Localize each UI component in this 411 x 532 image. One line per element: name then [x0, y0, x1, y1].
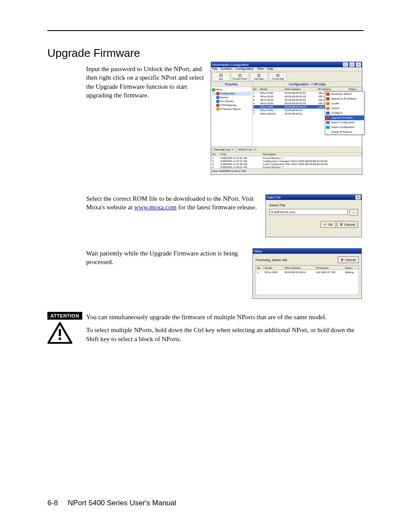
tree-item[interactable]: Configuration [212, 92, 251, 96]
column-header[interactable]: No [253, 87, 260, 91]
column-header[interactable]: Status [349, 87, 361, 91]
menu-configuration[interactable]: Configuration [236, 67, 254, 70]
maximize-button[interactable]: □ [349, 62, 355, 67]
context-menu-item[interactable]: Assign IP Address [325, 130, 364, 134]
column-header[interactable]: MAC Address [284, 87, 318, 91]
attention-badge: ATTENTION [47, 312, 82, 320]
tab-monitor-log[interactable]: Monitor Log - 0 [236, 147, 258, 152]
select-file-dialog: Select File × Select File ... ✔OK ✘Cance… [265, 194, 362, 237]
close-button[interactable]: × [356, 62, 361, 67]
context-menu-item[interactable]: Locate [325, 101, 364, 106]
menu-help[interactable]: Help [267, 67, 273, 70]
window-controls: _ □ × [342, 62, 361, 67]
log-panel: NoTimeDescription14/28/2003 11:44:21 AMF… [211, 152, 362, 168]
status-title: Status [254, 250, 262, 253]
tab-message-log[interactable]: Message Log - 4 [212, 147, 236, 152]
status-row: 1NPort 523000:90:E8:22:33:44192.168.127.… [256, 270, 358, 274]
function-tree: NPortConfigurationMonitorPort MonitorCOM… [211, 87, 252, 112]
menubar: File Function Configuration View Help [211, 67, 362, 72]
context-menu-item[interactable]: Configure [325, 111, 364, 115]
context-menu-item[interactable]: Specify by IP Address [325, 96, 364, 101]
para-1: Input the password to Unlock the NPort, … [86, 65, 211, 100]
attention-text: You can simultaneously upgrade the firmw… [86, 313, 364, 348]
log-row: 14/28/2003 11:44:21 AMFound NPort(s): 7 [212, 156, 362, 160]
context-menu-item[interactable]: Import Configuration [325, 125, 364, 130]
toolbar-online-help[interactable]: OnLine Help [269, 72, 287, 81]
log-row: 44/28/2003 11:48:11 AMFound NPort(s): 7 [212, 165, 362, 168]
context-menu-item[interactable]: Upgrade Firmware [325, 115, 364, 120]
menu-file[interactable]: File [212, 67, 217, 70]
log-row: 34/28/2003 11:47:36 AMLoad Configuration… [212, 162, 362, 165]
statusbar: Now: 4/28/2003 11:49:17 AM [211, 168, 362, 173]
toolbar-function-panel[interactable]: Function Panel [231, 72, 249, 81]
log-row: 24/28/2003 11:47:21 AMConfiguration Chan… [212, 159, 362, 162]
status-message: Processing, please wait... [255, 258, 290, 261]
para-3: Wait patiently while the Upgrade Firmwar… [86, 249, 250, 267]
admin-titlebar: Administrator-Configuration _ □ × [211, 62, 362, 67]
browse-button[interactable]: ... [349, 209, 358, 216]
manual-title: NPort 5400 Series User's Manual [68, 499, 176, 507]
column-header[interactable]: Model [260, 87, 284, 91]
toolbar: Exit Function Panel Log Panel OnLine Hel… [211, 72, 362, 82]
select-file-label: Select File [269, 203, 358, 207]
tree-item[interactable]: Port Monitor [212, 100, 251, 103]
menu-function[interactable]: Function [221, 67, 232, 70]
menu-view[interactable]: View [257, 67, 264, 70]
context-menu-item[interactable]: Export Configuration [325, 120, 364, 125]
tree-item[interactable]: COM Mapping [212, 103, 251, 107]
ok-button[interactable]: ✔OK [321, 221, 336, 228]
tree-item[interactable]: Monitor [212, 96, 251, 100]
status-table: NoModelMAC AddressIP AddressStatus 1NPor… [256, 265, 358, 274]
svg-rect-1 [59, 329, 61, 336]
function-header: Function [211, 82, 252, 87]
page-title: Upgrade Firmware [47, 47, 140, 60]
minimize-button[interactable]: _ [343, 62, 348, 67]
column-header[interactable]: IP Address [318, 87, 349, 91]
tree-item[interactable]: NPort [212, 88, 251, 92]
device-panel: Configuration - 7 NPort(s) NoModelMAC Ad… [252, 82, 362, 146]
page-number: 6-8 [47, 499, 58, 507]
para-2: Select the correct ROM file to be downlo… [86, 194, 271, 212]
rom-file-input[interactable] [269, 209, 348, 215]
context-menu-item[interactable]: Broadcast Search [325, 92, 364, 96]
page-footer: 6-8 NPort 5400 Series User's Manual [47, 499, 176, 507]
warning-icon [47, 322, 72, 344]
context-menu: Broadcast SearchSpecify by IP AddressLoc… [325, 91, 364, 135]
status-dialog: Status Processing, please wait... ✘Cance… [252, 248, 362, 299]
admin-title: Administrator-Configuration [212, 63, 249, 66]
status-cancel-button[interactable]: ✘Cancel [338, 256, 359, 263]
function-panel: Function NPortConfigurationMonitorPort M… [211, 82, 252, 146]
admin-window: Administrator-Configuration _ □ × File F… [211, 62, 362, 175]
log-tabs: Message Log - 4 Monitor Log - 0 [211, 146, 362, 152]
top-rule [47, 30, 364, 31]
toolbar-log-panel[interactable]: Log Panel [250, 72, 268, 81]
context-menu-item[interactable]: Unlock [325, 106, 364, 111]
moxa-link[interactable]: www.moxa.com [134, 204, 176, 211]
tree-item[interactable]: IP Address Report [212, 107, 251, 111]
cancel-button[interactable]: ✘Cancel [337, 221, 358, 228]
select-file-title: Select File [267, 196, 281, 199]
svg-rect-2 [59, 338, 61, 340]
toolbar-exit[interactable]: Exit [212, 72, 230, 81]
device-header: Configuration - 7 NPort(s) [252, 82, 362, 87]
close-icon[interactable]: × [355, 195, 361, 199]
